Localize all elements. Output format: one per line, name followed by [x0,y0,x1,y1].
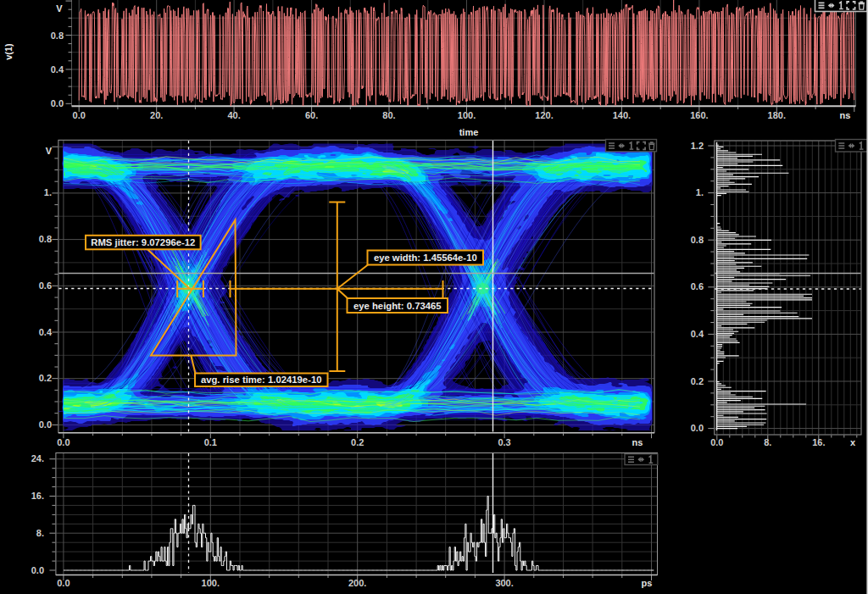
svg-text:0.4: 0.4 [39,327,53,337]
svg-text:eye width: 1.45564e-10: eye width: 1.45564e-10 [374,253,477,263]
svg-text:140.: 140. [613,110,631,120]
svg-text:0.0: 0.0 [39,419,52,430]
svg-text:ps: ps [642,578,653,588]
svg-text:1.2: 1.2 [691,141,704,151]
svg-text:16.: 16. [812,437,825,447]
svg-text:0.2: 0.2 [39,373,52,383]
svg-text:0.1: 0.1 [204,437,217,447]
svg-text:time: time [459,127,479,137]
svg-text:ns: ns [632,437,643,447]
svg-text:0.0: 0.0 [57,437,70,447]
svg-text:RMS jitter: 9.07296e-12: RMS jitter: 9.07296e-12 [91,237,195,247]
svg-text:eye height: 0.73465: eye height: 0.73465 [353,301,442,311]
svg-text:0.6: 0.6 [39,280,52,291]
svg-text:0.3: 0.3 [498,437,510,447]
svg-text:0.8: 0.8 [691,235,704,245]
svg-text:V: V [56,3,63,14]
svg-text:60.: 60. [305,110,318,120]
svg-text:0.4: 0.4 [51,64,64,75]
svg-text:0.2: 0.2 [351,437,364,447]
svg-text:0.2: 0.2 [691,376,704,386]
svg-text:0.0: 0.0 [57,578,70,588]
svg-text:0.0: 0.0 [691,423,704,433]
svg-text:0.8: 0.8 [39,234,52,244]
svg-text:20.: 20. [150,110,163,120]
svg-text:0.4: 0.4 [691,329,704,339]
svg-text:1.: 1. [696,187,704,197]
svg-text:x: x [850,437,856,447]
svg-text:100.: 100. [202,578,220,588]
svg-text:0.0: 0.0 [73,110,86,120]
svg-text:24.: 24. [31,453,44,464]
svg-text:0.0: 0.0 [31,565,44,575]
svg-text:100.: 100. [458,110,476,120]
svg-text:16.: 16. [31,491,44,501]
svg-text:40.: 40. [227,110,240,120]
svg-text:ns: ns [840,110,851,120]
svg-text:8.: 8. [36,528,44,538]
svg-text:0.0: 0.0 [710,437,723,447]
svg-text:8.: 8. [764,437,771,447]
svg-text:180.: 180. [768,110,786,120]
svg-text:0.0: 0.0 [51,98,64,108]
svg-text:200.: 200. [348,578,366,588]
svg-text:0.8: 0.8 [51,31,64,41]
svg-text:v(1): v(1) [3,43,14,60]
svg-text:1.: 1. [44,187,52,197]
svg-text:avg. rise time: 1.02419e-10: avg. rise time: 1.02419e-10 [201,375,322,385]
svg-text:V: V [46,146,53,156]
svg-text:0.6: 0.6 [691,281,704,291]
svg-text:300.: 300. [495,578,513,588]
svg-text:160.: 160. [690,110,708,120]
svg-text:80.: 80. [382,110,395,120]
svg-text:120.: 120. [535,110,553,120]
